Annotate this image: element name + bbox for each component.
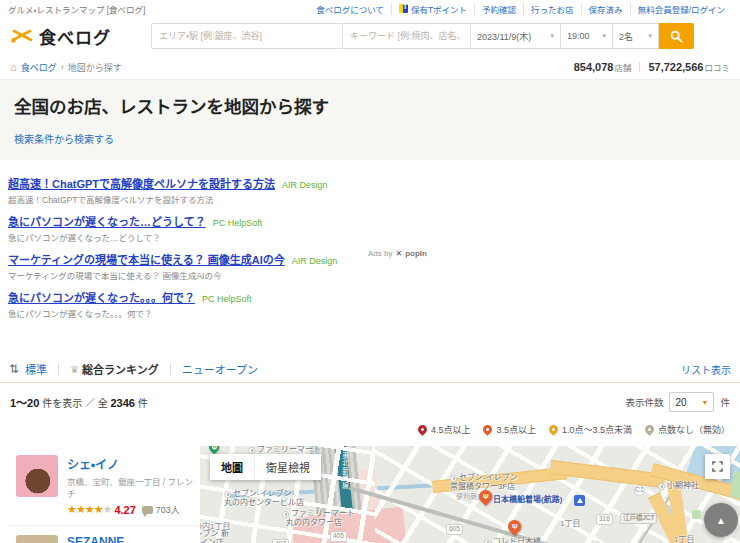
poi-icon: [484, 539, 491, 543]
restaurant-card[interactable]: シェ・イノ 京橋、宝町、銀座一丁目 / フレンチ ★★★★★ 4.27 703人: [8, 446, 200, 526]
site-header: 食べログ 2023/11/9(木)▾ 19:00▾ 2名▾: [0, 17, 740, 55]
search-icon: [670, 30, 683, 43]
link-tpoint[interactable]: 保有Tポイント: [391, 3, 474, 15]
search-by-conditions-link[interactable]: 検索条件から検索する: [14, 134, 114, 145]
map-label[interactable]: セブン-イレブン: [224, 490, 292, 498]
map-pin-icon: [482, 423, 495, 436]
ads-by-credit[interactable]: Ads by ✕popIn: [368, 249, 427, 258]
main-content: シェ・イノ 京橋、宝町、銀座一丁目 / フレンチ ★★★★★ 4.27 703人…: [0, 446, 740, 543]
map-view-button[interactable]: 地圖: [210, 454, 254, 480]
tpoint-icon: [399, 4, 408, 13]
restaurant-thumbnail[interactable]: [16, 535, 58, 543]
keyword-input[interactable]: [343, 23, 471, 49]
page-title: 全国のお店、レストランを地図から探す: [14, 93, 726, 118]
map-label[interactable]: 日本橋船着場(航路): [493, 496, 562, 504]
divider: [58, 363, 59, 375]
ad-advertiser: PC HelpSoft: [213, 218, 263, 228]
per-page-unit: 件: [720, 395, 730, 409]
ad-advertiser: AIR Design: [282, 180, 328, 190]
breadcrumb-separator: ›: [61, 62, 64, 72]
route-badge: 405: [330, 531, 347, 542]
hero-section: 全国のお店、レストランを地図から探す 検索条件から検索する: [0, 80, 740, 160]
sort-overall-ranking[interactable]: ♛総合ランキング: [70, 361, 159, 377]
results-count-text: 1～20 件を表示 ／ 全 2346 件: [10, 394, 148, 410]
map-canvas[interactable]: ファミリーマート日本橋三越前店セブン-イレブン常盤橋タワー3F店便利商店小網神社…: [200, 446, 740, 543]
ad-link[interactable]: 急にパソコンが遅くなった。。。何で？: [8, 292, 195, 304]
party-size-select[interactable]: 2名▾: [613, 23, 659, 49]
link-saved[interactable]: 保存済み: [581, 3, 630, 15]
ad-description: マーケティングの現場で本当に使える？ 画像生成AIの今: [8, 269, 732, 281]
legend-item: 1.0点～3.5点未満: [549, 423, 632, 436]
poi-icon: [248, 447, 255, 454]
ad-advertiser: PC HelpSoft: [202, 294, 252, 304]
map-label[interactable]: ファミリーマート: [282, 510, 355, 518]
per-page-select[interactable]: 20▼: [669, 392, 714, 412]
restaurant-name[interactable]: シェ・イノ: [67, 455, 194, 472]
map-pin-icon: [547, 423, 560, 436]
map-label[interactable]: セブン-イレブン 新: [200, 530, 229, 538]
ad-link[interactable]: マーケティングの現場で本当に使える？ 画像生成AIの今: [8, 254, 285, 266]
review-count: 57,722,566: [648, 61, 703, 73]
sort-standard[interactable]: 標準: [25, 361, 47, 377]
link-visited-restaurants[interactable]: 行ったお店: [523, 3, 581, 15]
park: [692, 510, 701, 519]
poi-icon: [282, 511, 289, 518]
map-label[interactable]: ファミリーマート: [248, 446, 321, 454]
review-count-unit: 口コミ: [704, 61, 730, 73]
search-button[interactable]: [659, 23, 694, 49]
route-badge: 407: [272, 539, 289, 543]
scroll-to-top-button[interactable]: ▲: [704, 503, 738, 537]
map-label[interactable]: 小網神社: [658, 482, 699, 490]
ad-description: 超高速！ChatGPTで高解像度ペルソナを設計する方法: [8, 193, 732, 205]
route-badge: 江戸橋JCT: [620, 513, 657, 524]
ad-link[interactable]: 急にパソコンが遅くなった…どうして？: [8, 216, 206, 228]
map-label: 1丁目: [674, 536, 694, 543]
ad-item: 急にパソコンが遅くなった…どうして？PC HelpSoft 急にパソコンが遅くな…: [8, 212, 732, 243]
popin-x-icon: ✕: [395, 249, 402, 258]
list-view-link[interactable]: リスト表示: [681, 362, 731, 377]
restaurant-name[interactable]: SEZANNE: [67, 535, 194, 543]
top-links: 食べログについて 保有Tポイント 予約確認 行ったお店 保存済み 無料会員登録/…: [309, 3, 732, 15]
breadcrumb-current: 地図から探す: [68, 61, 122, 74]
map-label[interactable]: コレド日本橋: [484, 538, 541, 543]
date-select[interactable]: 2023/11/9(木)▾: [471, 23, 561, 49]
sort-new-open[interactable]: ニューオープン: [182, 361, 258, 377]
tabelog-logo[interactable]: 食べログ: [10, 24, 111, 49]
map-pin-icon: [416, 423, 429, 436]
map-label[interactable]: 丸の内タワー店: [286, 519, 342, 527]
ad-link[interactable]: 超高速！ChatGPTで高解像度ペルソナを設計する方法: [8, 178, 275, 190]
link-signup-login[interactable]: 無料会員登録/ログイン: [630, 3, 732, 15]
map-label[interactable]: セブン-イレブン: [450, 474, 518, 482]
fullscreen-icon: [712, 461, 723, 472]
route-badge: C1: [634, 485, 645, 496]
chevron-down-icon: ▾: [550, 32, 554, 40]
satellite-view-button[interactable]: 衛星檢視: [254, 454, 321, 480]
fullscreen-button[interactable]: [705, 454, 730, 479]
route-badge: 316: [596, 514, 613, 525]
time-select[interactable]: 19:00▾: [561, 23, 613, 49]
breadcrumb-home-link[interactable]: 食べログ: [21, 61, 57, 74]
ads-section: 超高速！ChatGPTで高解像度ペルソナを設計する方法AIR Design 超高…: [0, 160, 740, 328]
restaurant-card[interactable]: SEZANNE 京橋、東京、銀座一丁目 / フレンチ ★★★★★ 4.27 24…: [8, 526, 200, 543]
link-reservation-check[interactable]: 予約確認: [474, 3, 523, 15]
area-station-input[interactable]: [151, 23, 343, 49]
ferry-icon[interactable]: [574, 495, 585, 506]
divider: [170, 363, 171, 375]
ad-advertiser: AIR Design: [292, 256, 338, 266]
per-page-label: 表示件数: [625, 395, 663, 409]
poi-icon: [658, 483, 665, 490]
ad-description: 急にパソコンが遅くなった。。。何で？: [8, 307, 732, 319]
rating-legend: 4.5点以上 3.5点以上 1.0点～3.5点未満 点数なし（無効）: [0, 417, 740, 442]
ad-description: 急にパソコンが遅くなった…どうして？: [8, 231, 732, 243]
site-stats: 854,078 店舗 57,722,566 口コミ: [574, 61, 730, 73]
breadcrumb-bar: ⌂ 食べログ › 地図から探す 854,078 店舗 57,722,566 口コ…: [0, 55, 740, 80]
logo-text: 食べログ: [39, 24, 111, 49]
divider: [639, 62, 640, 72]
restaurant-thumbnail[interactable]: [16, 455, 58, 497]
legend-item: 3.5点以上: [483, 423, 536, 436]
map-label[interactable]: 丸の内ビルイン店: [200, 539, 224, 543]
map-label[interactable]: 丸の内センタービル店: [224, 499, 304, 507]
link-about-tabelog[interactable]: 食べログについて: [309, 3, 391, 15]
per-page-control: 表示件数 20▼ 件: [625, 392, 730, 412]
restaurant-rating-row: ★★★★★ 4.27 703人: [67, 503, 194, 516]
